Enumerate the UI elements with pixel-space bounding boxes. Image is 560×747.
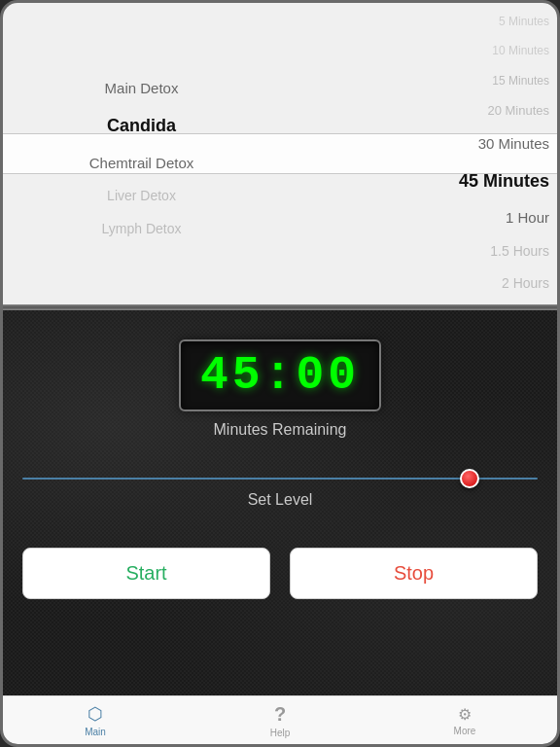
timer-container: 45:00: [179, 339, 381, 411]
list-item[interactable]: Chemtrail Detox: [11, 146, 272, 181]
tab-help[interactable]: ? Help: [188, 703, 372, 738]
minutes-remaining-label: Minutes Remaining: [214, 421, 347, 439]
tab-help-label: Help: [270, 728, 291, 738]
tab-more[interactable]: ⚙ More: [372, 705, 557, 736]
list-item[interactable]: 10 Minutes: [288, 36, 549, 65]
list-item[interactable]: 1.5 Hours: [288, 235, 549, 268]
tab-bar: ⬡ Main ? Help ⚙ More: [3, 695, 557, 744]
list-item-selected[interactable]: 45 Minutes: [288, 161, 549, 201]
list-item[interactable]: 15 Minutes: [288, 66, 549, 95]
list-item[interactable]: 2 Hours: [288, 267, 549, 301]
list-item-selected[interactable]: Candida: [11, 106, 272, 146]
list-item[interactable]: [11, 246, 272, 256]
list-item[interactable]: 5 Minutes: [288, 7, 549, 36]
timer-display: 45:00: [200, 349, 360, 402]
picker-area: Main Detox Candida Chemtrail Detox Liver…: [3, 3, 557, 304]
list-item[interactable]: [11, 61, 272, 71]
list-item[interactable]: Liver Detox: [11, 180, 272, 213]
list-item[interactable]: 1 Hour: [288, 200, 549, 235]
slider-thumb[interactable]: [460, 469, 479, 488]
picker-wrapper: Main Detox Candida Chemtrail Detox Liver…: [3, 3, 557, 304]
stop-button[interactable]: Stop: [290, 548, 538, 599]
main-icon: ⬡: [88, 703, 103, 725]
picker-col-right[interactable]: 5 Minutes 10 Minutes 15 Minutes 20 Minut…: [280, 3, 557, 304]
list-item[interactable]: [11, 52, 272, 61]
list-item[interactable]: 30 Minutes: [288, 126, 549, 161]
tab-main-label: Main: [85, 727, 106, 737]
tab-more-label: More: [454, 726, 476, 736]
tab-main[interactable]: ⬡ Main: [3, 703, 188, 737]
slider-area[interactable]: Set Level: [22, 478, 538, 509]
device-frame: Main Detox Candida Chemtrail Detox Liver…: [0, 0, 560, 747]
slider-track[interactable]: [22, 478, 538, 480]
list-item[interactable]: Lymph Detox: [11, 213, 272, 246]
start-button[interactable]: Start: [22, 548, 270, 599]
control-area: 45:00 Minutes Remaining Set Level Start …: [3, 310, 557, 695]
more-icon: ⚙: [458, 705, 472, 724]
buttons-row: Start Stop: [22, 548, 538, 599]
help-icon: ?: [274, 703, 286, 726]
set-level-label: Set Level: [22, 491, 538, 509]
picker-col-left[interactable]: Main Detox Candida Chemtrail Detox Liver…: [3, 3, 280, 304]
list-item[interactable]: Main Detox: [11, 71, 272, 106]
list-item[interactable]: 20 Minutes: [288, 95, 549, 126]
